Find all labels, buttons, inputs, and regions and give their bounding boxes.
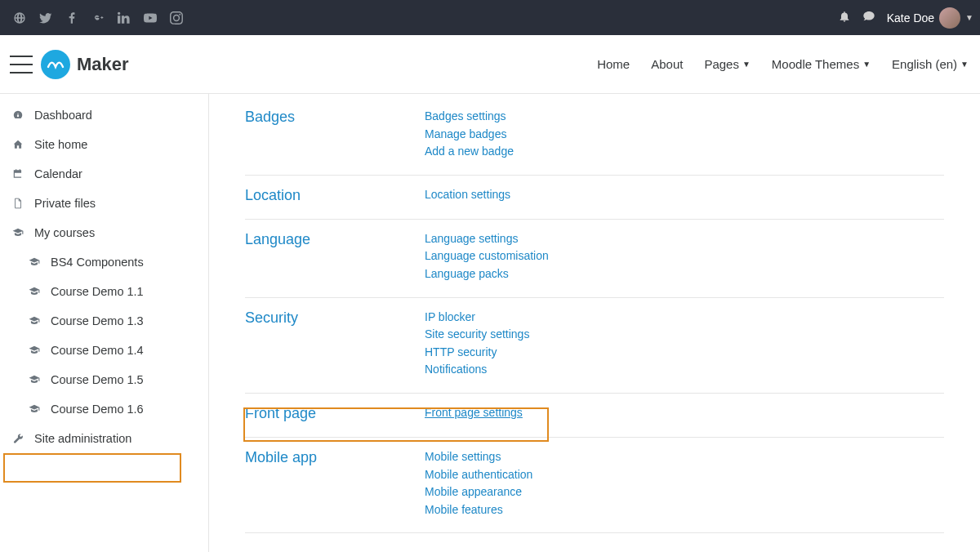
link[interactable]: Mobile settings	[425, 449, 532, 465]
brand-text: Maker	[77, 54, 129, 75]
sidebar-item-siteadmin[interactable]: Site administration	[0, 424, 208, 453]
facebook-icon[interactable]	[59, 5, 85, 31]
header: Maker Home About Pages▼ Moodle Themes▼ E…	[0, 35, 980, 94]
header-left: Maker	[10, 50, 129, 79]
sidebar: Dashboard Site home Calendar Private fil…	[0, 94, 209, 552]
sidebar-course-item[interactable]: Course Demo 1.1	[0, 277, 208, 306]
brand-logo[interactable]: Maker	[41, 50, 129, 79]
section-badges: Badges Badges settings Manage badges Add…	[245, 105, 944, 176]
bell-icon[interactable]	[838, 10, 851, 25]
sidebar-item-sitehome[interactable]: Site home	[0, 130, 208, 159]
section-title[interactable]: Front page	[245, 405, 425, 422]
graduation-icon	[28, 315, 41, 327]
linkedin-icon[interactable]	[111, 5, 137, 31]
section-location: Location Location settings	[245, 176, 944, 220]
section-links: Front page settings	[425, 405, 523, 422]
section-links: Mobile settings Mobile authentication Mo…	[425, 449, 532, 518]
link[interactable]: Language packs	[425, 266, 549, 283]
sidebar-item-label: My courses	[34, 226, 95, 239]
link[interactable]: Mobile features	[425, 502, 532, 519]
link[interactable]: Mobile authentication	[425, 467, 532, 483]
nav-themes[interactable]: Moodle Themes▼	[772, 57, 871, 71]
sidebar-item-mycourses[interactable]: My courses	[0, 218, 208, 247]
content: Badges Badges settings Manage badges Add…	[209, 94, 980, 552]
link[interactable]: Manage badges	[425, 127, 514, 143]
link[interactable]: Mobile appearance	[425, 484, 532, 501]
link[interactable]: Location settings	[425, 187, 510, 203]
calendar-icon	[11, 168, 24, 180]
link[interactable]: Front page settings	[425, 405, 523, 421]
sidebar-course-item[interactable]: Course Demo 1.6	[0, 394, 208, 424]
instagram-icon[interactable]	[163, 5, 189, 31]
nav-about[interactable]: About	[651, 57, 683, 71]
nav-language[interactable]: English (en)▼	[892, 57, 969, 71]
sidebar-item-label: Course Demo 1.6	[51, 403, 144, 416]
sidebar-item-label: Dashboard	[34, 109, 92, 122]
sidebar-item-label: Course Demo 1.5	[51, 373, 144, 386]
sidebar-item-dashboard[interactable]: Dashboard	[0, 100, 208, 130]
sidebar-course-item[interactable]: BS4 Components	[0, 247, 208, 277]
wrench-icon	[11, 433, 24, 444]
topbar: Kate Doe ▼	[0, 0, 980, 35]
nav-home[interactable]: Home	[597, 57, 630, 71]
file-icon	[11, 198, 24, 209]
logo-icon	[41, 50, 70, 79]
sidebar-item-label: Private files	[34, 197, 96, 210]
link[interactable]: Badges settings	[425, 109, 514, 125]
section-links: Language settings Language customisation…	[425, 231, 549, 283]
section-security: Security IP blocker Site security settin…	[245, 298, 944, 394]
sidebar-item-label: BS4 Components	[51, 256, 144, 269]
chevron-down-icon: ▼	[742, 60, 751, 69]
globe-icon[interactable]	[7, 5, 33, 31]
section-title[interactable]: Location	[245, 187, 425, 204]
dashboard-icon	[11, 109, 24, 121]
googleplus-icon[interactable]	[85, 5, 111, 31]
sidebar-item-calendar[interactable]: Calendar	[0, 159, 208, 189]
highlight-box	[3, 453, 181, 483]
link[interactable]: Notifications	[425, 362, 529, 378]
home-icon	[11, 139, 24, 150]
chevron-down-icon: ▼	[862, 60, 871, 69]
section-links: Badges settings Manage badges Add a new …	[425, 109, 514, 160]
social-icons	[7, 5, 189, 31]
section-mobileapp: Mobile app Mobile settings Mobile authen…	[245, 438, 944, 533]
sidebar-item-label: Course Demo 1.1	[51, 285, 144, 298]
chevron-down-icon: ▼	[965, 13, 973, 22]
section-title[interactable]: Mobile app	[245, 449, 425, 518]
sidebar-item-label: Site home	[34, 138, 87, 151]
user-menu[interactable]: Kate Doe ▼	[887, 7, 973, 29]
link[interactable]: Site security settings	[425, 327, 529, 343]
twitter-icon[interactable]	[33, 5, 59, 31]
section-language: Language Language settings Language cust…	[245, 220, 944, 298]
topbar-right: Kate Doe ▼	[838, 7, 973, 29]
sidebar-course-item[interactable]: Course Demo 1.4	[0, 336, 208, 365]
youtube-icon[interactable]	[137, 5, 163, 31]
section-links: Location settings	[425, 187, 510, 204]
sidebar-item-label: Course Demo 1.4	[51, 344, 144, 357]
graduation-icon	[28, 374, 41, 385]
sidebar-course-item[interactable]: Course Demo 1.5	[0, 365, 208, 394]
section-title[interactable]: Security	[245, 309, 425, 378]
graduation-icon	[11, 227, 24, 238]
sidebar-item-label: Course Demo 1.3	[51, 314, 144, 327]
nav-pages[interactable]: Pages▼	[704, 57, 750, 71]
link[interactable]: Language settings	[425, 231, 549, 247]
link[interactable]: Add a new badge	[425, 144, 514, 160]
sidebar-item-label: Calendar	[34, 167, 82, 180]
graduation-icon	[28, 403, 41, 415]
sidebar-item-privatefiles[interactable]: Private files	[0, 189, 208, 218]
chevron-down-icon: ▼	[960, 60, 969, 69]
section-title[interactable]: Language	[245, 231, 425, 283]
main-nav: Home About Pages▼ Moodle Themes▼ English…	[597, 57, 969, 71]
graduation-icon	[28, 345, 41, 356]
section-title[interactable]: Badges	[245, 109, 425, 160]
sidebar-course-item[interactable]: Course Demo 1.3	[0, 306, 208, 336]
chat-icon[interactable]	[862, 10, 875, 25]
link[interactable]: Language customisation	[425, 248, 549, 265]
graduation-icon	[28, 256, 41, 268]
link[interactable]: IP blocker	[425, 309, 529, 326]
user-name: Kate Doe	[887, 11, 934, 24]
section-frontpage: Front page Front page settings	[245, 394, 944, 438]
menu-toggle-button[interactable]	[10, 56, 33, 73]
link[interactable]: HTTP security	[425, 345, 529, 361]
